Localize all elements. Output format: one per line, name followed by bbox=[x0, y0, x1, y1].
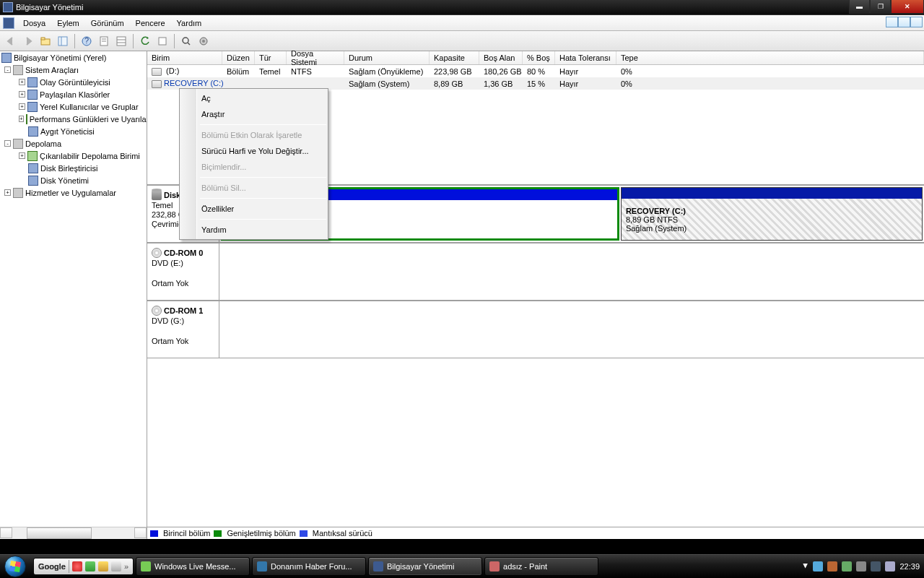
task-messenger[interactable]: Windows Live Messe... bbox=[136, 557, 250, 576]
col-overhead[interactable]: Tepe bbox=[616, 51, 924, 64]
scroll-right-button[interactable] bbox=[134, 527, 147, 538]
deskbar-icon[interactable] bbox=[111, 561, 121, 571]
ctx-properties[interactable]: Özellikler bbox=[180, 201, 328, 217]
col-layout[interactable]: Düzen bbox=[222, 51, 255, 64]
menu-help[interactable]: Yardım bbox=[171, 17, 208, 30]
up-button[interactable] bbox=[38, 33, 53, 49]
settings-button[interactable] bbox=[196, 33, 212, 49]
forward-button[interactable] bbox=[20, 33, 36, 49]
col-fault-tol[interactable]: Hata Toleransı bbox=[555, 51, 616, 64]
scroll-left-button[interactable] bbox=[0, 527, 12, 538]
list-button[interactable] bbox=[113, 33, 129, 49]
tree-defrag[interactable]: Disk Birleştiricisi bbox=[0, 162, 147, 174]
cdrom-1-info[interactable]: CD-ROM 1 DVD (G:) Ortam Yok bbox=[147, 301, 219, 358]
help-button[interactable]: ? bbox=[79, 33, 95, 49]
ctx-help[interactable]: Yardım bbox=[180, 222, 328, 238]
navigation-tree[interactable]: Bilgisayar Yönetimi (Yerel) - Sistem Ara… bbox=[0, 51, 147, 539]
expand-icon[interactable]: + bbox=[19, 103, 25, 110]
tray-expand-icon[interactable]: ▲ bbox=[801, 562, 809, 571]
menu-action[interactable]: Eylem bbox=[51, 17, 85, 30]
menu-view[interactable]: Görünüm bbox=[85, 17, 130, 30]
volume-row-d[interactable]: (D:) Bölüm Temel NTFS Sağlam (Önyükleme)… bbox=[147, 65, 924, 77]
col-status[interactable]: Durum bbox=[344, 51, 430, 64]
tray-icon[interactable] bbox=[885, 561, 895, 571]
col-filesystem[interactable]: Dosya Sistemi bbox=[287, 51, 344, 64]
mdi-restore[interactable] bbox=[898, 17, 910, 27]
menu-window[interactable]: Pencere bbox=[130, 17, 171, 30]
expand-icon[interactable]: + bbox=[19, 79, 25, 85]
mdi-close[interactable] bbox=[910, 17, 923, 27]
ctx-change-letter[interactable]: Sürücü Harfi ve Yolu Değiştir... bbox=[180, 143, 328, 159]
tree-event-viewer[interactable]: + Olay Görüntüleyicisi bbox=[0, 76, 147, 88]
svg-point-13 bbox=[183, 38, 188, 43]
cell-freepct: 15 % bbox=[523, 79, 555, 88]
partition-recovery[interactable]: RECOVERY (C:) 8,89 GB NTFS Sağlam (Syste… bbox=[621, 187, 923, 241]
google-deskbar[interactable]: Google » bbox=[33, 558, 134, 575]
export-list-button[interactable] bbox=[154, 33, 170, 49]
expand-icon[interactable]: + bbox=[19, 152, 25, 159]
collapse-icon[interactable]: - bbox=[4, 140, 11, 147]
back-button[interactable] bbox=[3, 33, 19, 49]
col-volume[interactable]: Birim bbox=[147, 51, 222, 64]
tray-icon[interactable] bbox=[842, 561, 852, 571]
expand-icon[interactable]: + bbox=[4, 189, 11, 196]
task-compmgmt[interactable]: Bilgisayar Yönetimi bbox=[368, 557, 482, 576]
deskbar-icon[interactable] bbox=[98, 561, 108, 571]
disk-icon bbox=[152, 190, 162, 200]
clock[interactable]: 22:39 bbox=[899, 562, 920, 571]
tree-disk-management[interactable]: Disk Yönetimi bbox=[0, 174, 147, 186]
cell-capacity: 223,98 GB bbox=[430, 67, 479, 76]
partition-status: Sağlam (System) bbox=[626, 224, 918, 233]
cell-overhead: 0% bbox=[616, 79, 924, 88]
start-button[interactable] bbox=[0, 555, 30, 579]
expand-icon[interactable]: + bbox=[19, 116, 24, 122]
show-hide-tree-button[interactable] bbox=[55, 33, 71, 49]
tree-label: Aygıt Yöneticisi bbox=[40, 127, 95, 136]
tree-removable-storage[interactable]: + Çıkarılabilir Depolama Birimi bbox=[0, 150, 147, 162]
title-bar: Bilgisayar Yönetimi ▬ ❐ ✕ bbox=[0, 0, 924, 15]
deskbar-icon[interactable] bbox=[72, 561, 82, 571]
task-ie[interactable]: Donanım Haber Foru... bbox=[252, 557, 366, 576]
defrag-icon bbox=[28, 163, 38, 173]
tree-shared-folders[interactable]: + Paylaşılan Klasörler bbox=[0, 88, 147, 100]
mdi-minimize[interactable] bbox=[886, 17, 898, 27]
tray-icon[interactable] bbox=[856, 561, 866, 571]
col-type[interactable]: Tür bbox=[255, 51, 287, 64]
tree-scrollbar[interactable] bbox=[0, 527, 147, 539]
refresh-button[interactable] bbox=[137, 33, 153, 49]
tree-storage[interactable]: - Depolama bbox=[0, 137, 147, 150]
cdrom-0-info[interactable]: CD-ROM 0 DVD (E:) Ortam Yok bbox=[147, 243, 219, 300]
tray-icon[interactable] bbox=[813, 561, 823, 571]
ie-icon bbox=[257, 561, 267, 571]
scroll-track[interactable] bbox=[12, 527, 134, 539]
col-free-pct[interactable]: % Boş bbox=[523, 51, 555, 64]
tray-icon[interactable] bbox=[871, 561, 881, 571]
ctx-open[interactable]: Aç bbox=[180, 90, 328, 106]
tree-root[interactable]: Bilgisayar Yönetimi (Yerel) bbox=[0, 51, 147, 64]
diskmgmt-icon bbox=[28, 176, 38, 186]
cell-freepct: 80 % bbox=[523, 67, 555, 76]
paint-icon bbox=[489, 561, 500, 571]
task-paint[interactable]: adsız - Paint bbox=[484, 557, 598, 576]
col-capacity[interactable]: Kapasite bbox=[430, 51, 479, 64]
properties-button[interactable] bbox=[96, 33, 112, 49]
tray-icon[interactable] bbox=[827, 561, 837, 571]
collapse-icon[interactable]: - bbox=[4, 66, 11, 73]
col-free[interactable]: Boş Alan bbox=[479, 51, 523, 64]
zoom-button[interactable] bbox=[178, 33, 194, 49]
minimize-button[interactable]: ▬ bbox=[849, 0, 870, 14]
disk-name: CD-ROM 0 bbox=[164, 249, 203, 257]
expand-icon[interactable]: + bbox=[19, 91, 25, 98]
tree-services[interactable]: + Hizmetler ve Uygulamalar bbox=[0, 186, 147, 199]
tree-local-users[interactable]: + Yerel Kullanıcılar ve Gruplar bbox=[0, 100, 147, 113]
maximize-button[interactable]: ❐ bbox=[870, 0, 891, 14]
scroll-thumb[interactable] bbox=[27, 527, 92, 539]
cell-type: Temel bbox=[255, 67, 287, 76]
menu-file[interactable]: Dosya bbox=[17, 17, 51, 30]
ctx-explore[interactable]: Araştır bbox=[180, 106, 328, 122]
deskbar-icon[interactable] bbox=[85, 561, 95, 571]
close-button[interactable]: ✕ bbox=[891, 0, 924, 14]
tree-device-manager[interactable]: Aygıt Yöneticisi bbox=[0, 125, 147, 137]
tree-system-tools[interactable]: - Sistem Araçları bbox=[0, 64, 147, 76]
tree-perf-logs[interactable]: + Performans Günlükleri ve Uyarıları bbox=[0, 113, 147, 125]
